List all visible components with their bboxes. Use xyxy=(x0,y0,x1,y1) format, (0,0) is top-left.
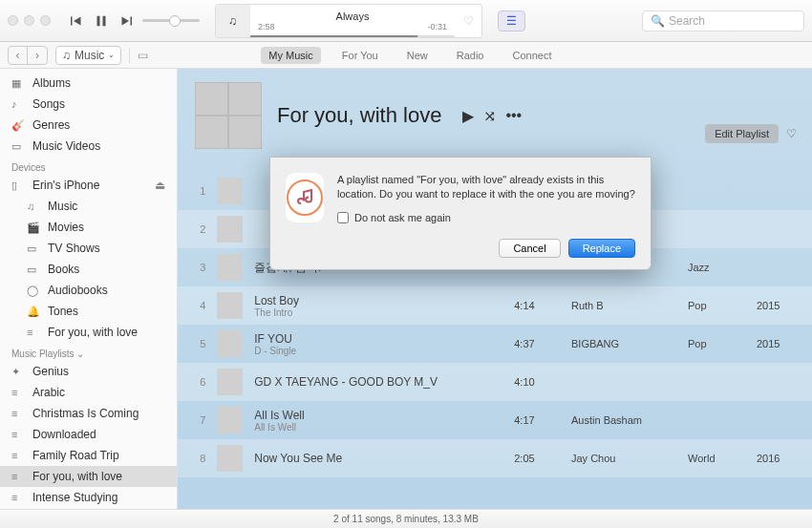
playlists-header: Music Playlists ⌄ xyxy=(0,343,177,361)
dialog-message: A playlist named "For you, with love" al… xyxy=(337,173,635,202)
list-view-button[interactable]: ☰ xyxy=(498,11,525,32)
chevron-down-icon[interactable]: ⌄ xyxy=(76,348,84,359)
tab-connect[interactable]: Connect xyxy=(504,47,559,64)
track-row[interactable]: 7All Is WellAll Is Well4:17Austin Basham xyxy=(178,401,812,439)
playlist-artwork xyxy=(195,82,262,149)
sidebar-playlist-selected[interactable]: ≡For you, with love xyxy=(0,466,177,487)
track-year: 2016 xyxy=(757,453,795,464)
sidebar-device-music[interactable]: ♫Music xyxy=(0,196,177,217)
sidebar-item-genres[interactable]: 🎸Genres xyxy=(0,115,177,136)
books-icon: ▭ xyxy=(27,264,40,276)
progress-bar[interactable] xyxy=(250,35,455,37)
sidebar-device-tones[interactable]: 🔔Tones xyxy=(0,301,177,322)
track-artist: Austin Basham xyxy=(571,414,676,426)
track-duration: 4:17 xyxy=(514,414,560,426)
play-icon[interactable]: ▶ xyxy=(462,107,474,125)
track-number: 2 xyxy=(195,223,205,235)
more-icon[interactable]: ••• xyxy=(505,107,522,125)
track-artwork xyxy=(217,254,243,281)
track-duration: 4:10 xyxy=(514,376,560,388)
track-duration: 2:05 xyxy=(514,453,560,464)
sidebar-playlist[interactable]: ≡Christmas Is Coming xyxy=(0,403,177,424)
dont-ask-checkbox[interactable]: Do not ask me again xyxy=(337,212,635,223)
heart-icon[interactable]: ♡ xyxy=(455,5,481,37)
music-note-icon: ♫ xyxy=(216,5,250,37)
toolbar: ‹› ♫Music⌄ ▭ My Music For You New Radio … xyxy=(0,42,812,69)
video-icon: ▭ xyxy=(11,140,25,153)
track-artwork xyxy=(217,292,243,319)
track-number: 8 xyxy=(195,453,205,464)
edit-playlist-button[interactable]: Edit Playlist xyxy=(705,124,779,143)
status-bar: 2 of 11 songs, 8 minutes, 13.3 MB xyxy=(0,509,812,528)
window-controls[interactable] xyxy=(8,15,51,26)
phone-icon: ▯ xyxy=(11,180,25,192)
track-genre: Pop xyxy=(688,338,745,349)
sidebar-item-songs[interactable]: ♪Songs xyxy=(0,94,177,115)
track-artwork xyxy=(217,330,243,357)
eject-icon[interactable]: ⏏ xyxy=(155,179,165,192)
track-row[interactable]: 6GD X TAEYANG - GOOD BOY M_V4:10 xyxy=(178,363,812,401)
device-icon[interactable]: ▭ xyxy=(138,49,148,62)
track-row[interactable]: 4Lost BoyThe Intro4:14Ruth BPop2015 xyxy=(178,286,812,325)
sidebar-playlist[interactable]: ≡Intense Studying xyxy=(0,487,177,508)
next-icon[interactable] xyxy=(118,12,135,30)
tab-radio[interactable]: Radio xyxy=(449,47,492,64)
track-artwork xyxy=(217,407,243,433)
sidebar-device[interactable]: ▯Erin's iPhone⏏ xyxy=(0,175,177,196)
playback-controls xyxy=(68,12,200,30)
track-number: 1 xyxy=(195,185,205,197)
chevron-down-icon: ⌄ xyxy=(108,51,115,59)
music-icon: ♫ xyxy=(27,201,40,212)
heart-icon[interactable]: ♡ xyxy=(786,127,797,140)
tones-icon: 🔔 xyxy=(27,306,40,318)
cancel-button[interactable]: Cancel xyxy=(499,239,560,258)
track-number: 7 xyxy=(195,414,205,426)
track-row[interactable]: 8Now You See Me2:05Jay ChouWorld2016 xyxy=(178,439,812,477)
track-row[interactable]: 5IF YOUD - Single4:37BIGBANGPop2015 xyxy=(178,325,812,363)
sidebar-item-music-videos[interactable]: ▭Music Videos xyxy=(0,136,177,157)
elapsed-time: 2:58 xyxy=(258,22,275,32)
tab-my-music[interactable]: My Music xyxy=(261,47,320,64)
track-genre: World xyxy=(688,453,745,464)
playlist-icon: ≡ xyxy=(11,492,25,503)
sidebar-playlist-genius[interactable]: ✦Genius xyxy=(0,361,177,382)
shuffle-icon[interactable]: ⤨ xyxy=(483,107,496,125)
sidebar-device-audiobooks[interactable]: ◯Audiobooks xyxy=(0,280,177,301)
sidebar-playlist[interactable]: ≡Downloaded xyxy=(0,424,177,445)
track-title: Lost Boy xyxy=(254,294,502,307)
library-selector[interactable]: ♫Music⌄ xyxy=(55,46,121,65)
sidebar-item-albums[interactable]: ▦Albums xyxy=(0,73,177,94)
track-artwork xyxy=(217,216,243,243)
sidebar-device-movies[interactable]: 🎬Movies xyxy=(0,217,177,238)
sidebar-playlist[interactable]: ≡Arabic xyxy=(0,382,177,403)
prev-icon[interactable] xyxy=(68,12,85,30)
sidebar-device-tvshows[interactable]: ▭TV Shows xyxy=(0,238,177,259)
search-placeholder: Search xyxy=(669,14,705,28)
now-playing: ♫ Always 2:58-0:31 ♡ xyxy=(215,4,482,38)
playlist-title: For you, with love xyxy=(277,103,441,128)
back-icon[interactable]: ‹ xyxy=(9,47,28,64)
track-artist: BIGBANG xyxy=(571,338,676,349)
now-playing-title: Always xyxy=(258,11,447,22)
track-subtitle: D - Single xyxy=(254,346,502,356)
sidebar-playlist[interactable]: ≡Family Road Trip xyxy=(0,445,177,466)
volume-slider[interactable] xyxy=(142,19,200,22)
track-genre: Jazz xyxy=(688,262,745,273)
nav-arrows[interactable]: ‹› xyxy=(8,46,48,65)
replace-button[interactable]: Replace xyxy=(568,239,635,258)
tab-for-you[interactable]: For You xyxy=(334,47,386,64)
forward-icon[interactable]: › xyxy=(28,47,47,64)
track-year: 2015 xyxy=(757,338,795,349)
tab-new[interactable]: New xyxy=(399,47,436,64)
audiobooks-icon: ◯ xyxy=(27,285,40,297)
sidebar-device-books[interactable]: ▭Books xyxy=(0,259,177,280)
track-artwork xyxy=(217,445,243,472)
genres-icon: 🎸 xyxy=(11,119,25,132)
search-input[interactable]: 🔍 Search xyxy=(642,11,804,32)
sidebar-device-playlist[interactable]: ≡For you, with love xyxy=(0,322,177,343)
track-artwork xyxy=(217,369,243,395)
track-number: 3 xyxy=(195,262,205,273)
playlist-hero: For you, with love ▶ ⤨ ••• xyxy=(178,69,812,162)
pause-icon[interactable] xyxy=(93,12,110,30)
playlist-icon: ≡ xyxy=(11,387,25,398)
